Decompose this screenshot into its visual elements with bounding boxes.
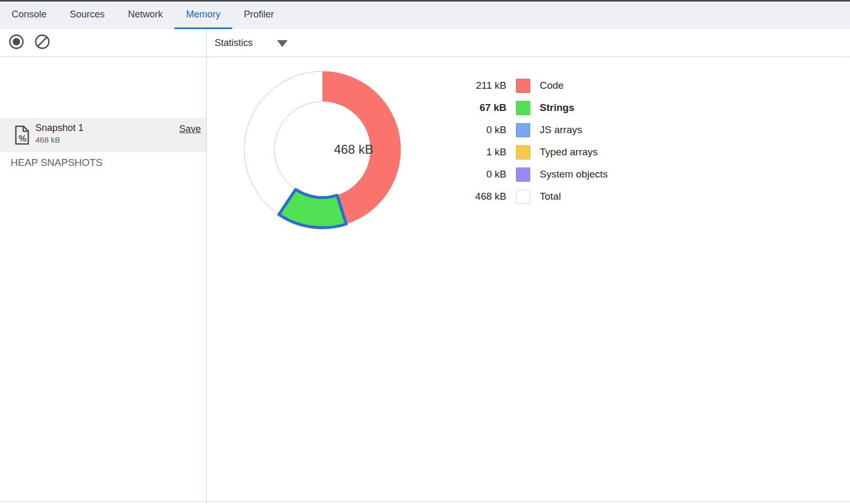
- legend-value: 0 kB: [454, 169, 506, 180]
- tab-network[interactable]: Network: [116, 2, 174, 29]
- legend-swatch-js-arrays: [516, 123, 530, 137]
- snapshot-name: Snapshot 1: [35, 123, 84, 134]
- snapshot-size: 468 kB: [35, 135, 60, 144]
- tab-sources[interactable]: Sources: [58, 2, 116, 29]
- donut-chart-svg: [238, 65, 407, 234]
- legend-swatch-strings: [516, 101, 530, 115]
- legend-label: Strings: [540, 102, 608, 114]
- panel-tab-bar: Console Sources Network Memory Profiler: [0, 2, 850, 29]
- legend-value: 1 kB: [454, 146, 506, 158]
- heap-snapshots-heading: HEAP SNAPSHOTS: [11, 157, 103, 169]
- tab-console[interactable]: Console: [0, 2, 58, 29]
- legend-label: System objects: [540, 169, 608, 180]
- chart-total-label: 468 kB: [334, 142, 374, 157]
- legend-swatch-system-objects: [516, 167, 530, 182]
- clear-button[interactable]: [34, 34, 51, 51]
- legend-swatch-typed-arrays: [516, 145, 530, 160]
- legend-swatch-code: [516, 79, 530, 93]
- record-icon: [8, 33, 25, 52]
- toolbar: Statistics: [0, 29, 850, 57]
- tab-memory[interactable]: Memory: [174, 2, 232, 29]
- legend-value: 468 kB: [454, 191, 506, 202]
- tab-profiler[interactable]: Profiler: [232, 2, 285, 29]
- devtools-memory-panel: Console Sources Network Memory Profiler: [0, 0, 850, 504]
- save-snapshot-link[interactable]: Save: [179, 124, 201, 135]
- donut-chart[interactable]: 468 kB: [238, 65, 407, 234]
- svg-text:%: %: [19, 134, 26, 144]
- perspective-select[interactable]: Statistics: [215, 38, 288, 49]
- chart-slice-strings[interactable]: [279, 190, 346, 228]
- legend-value: 211 kB: [454, 80, 506, 91]
- legend-swatch-total: [516, 190, 530, 204]
- toolbar-right: Statistics: [207, 29, 288, 57]
- dropdown-triangle-icon: [277, 40, 288, 47]
- chart-legend: 211 kB Code 67 kB Strings 0 kB JS arrays…: [454, 74, 608, 208]
- heap-snapshot-file-icon: %: [14, 125, 30, 148]
- legend-value: 67 kB: [454, 102, 506, 114]
- statistics-view: 468 kB 211 kB Code 67 kB Strings 0 kB JS…: [207, 57, 850, 501]
- snapshot-list-item[interactable]: % Snapshot 1 468 kB Save: [0, 118, 206, 152]
- legend-label: Code: [540, 80, 608, 91]
- clear-icon: [34, 33, 51, 52]
- legend-value: 0 kB: [454, 124, 506, 136]
- record-button[interactable]: [8, 34, 25, 51]
- perspective-select-value: Statistics: [215, 38, 253, 49]
- legend-label: JS arrays: [540, 124, 608, 136]
- legend-label: Typed arrays: [540, 146, 608, 158]
- legend-label: Total: [540, 191, 608, 202]
- bottom-edge-line: [0, 501, 850, 502]
- toolbar-left: [0, 29, 206, 57]
